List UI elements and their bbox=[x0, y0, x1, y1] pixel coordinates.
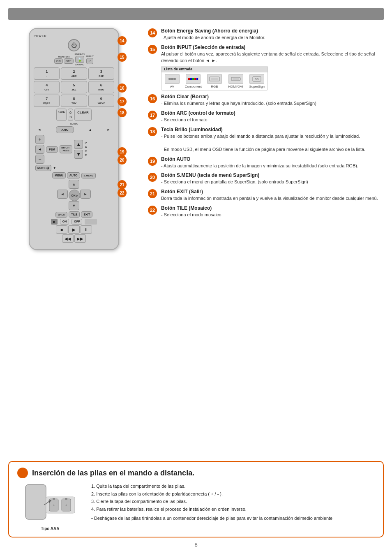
battery-bullet-icon bbox=[17, 468, 28, 478]
pg-down-button[interactable]: ▼ bbox=[74, 150, 83, 159]
auto-button[interactable]: AUTO bbox=[67, 172, 80, 178]
nav-down-button[interactable]: ▼ bbox=[69, 201, 79, 210]
desc-title-15: Botón INPUT (Selección de entrada) bbox=[161, 44, 384, 50]
svg-text:+: + bbox=[65, 504, 67, 507]
input-av-icon bbox=[165, 74, 180, 84]
item-number-15: 15 bbox=[148, 45, 157, 54]
monitor-off-button[interactable]: OFF bbox=[64, 58, 74, 64]
monitor-on-button[interactable]: ON bbox=[54, 58, 63, 64]
desc-body-16: - Elimina los números y letras que haya … bbox=[161, 100, 384, 107]
monitor-row: MONITOR ON OFF ENERGY 🍃 SAVING bbox=[34, 53, 114, 66]
power-button[interactable]: ⏻ bbox=[68, 39, 80, 51]
desc-title-16: Botón Clear (Borrar) bbox=[161, 94, 384, 100]
item-number-16: 16 bbox=[148, 94, 157, 103]
psm-button[interactable]: PSM bbox=[46, 146, 58, 153]
bottom-on-button[interactable]: ON bbox=[60, 219, 69, 225]
mark-label: MARK bbox=[34, 123, 114, 125]
arc-button[interactable]: ARC bbox=[56, 126, 74, 133]
desc-body-20: - Selecciona el menú en pantalla de Supe… bbox=[161, 179, 384, 185]
exit-button[interactable]: EXIT bbox=[81, 211, 92, 218]
battery-content: Inserción de las pilas en el mando a dis… bbox=[17, 468, 375, 531]
svg-point-1 bbox=[171, 78, 173, 80]
badge-15: 15 bbox=[118, 53, 127, 62]
nav-up-button[interactable]: ▲ bbox=[69, 180, 79, 189]
smenu-button[interactable]: S.MENU bbox=[81, 173, 96, 178]
input-list-table: Lista de entrada bbox=[161, 66, 268, 90]
power-label: POWER bbox=[34, 35, 114, 37]
nav-area: ▲ ◄ OK⊙ ► ▼ bbox=[34, 180, 114, 210]
tile-button[interactable]: TILE bbox=[69, 211, 80, 218]
desc-item-15: 15 Botón INPUT (Selección de entrada) Al… bbox=[148, 44, 384, 90]
menu-button[interactable]: MENU bbox=[52, 172, 66, 178]
item-number-19: 19 bbox=[148, 157, 157, 166]
desc-text-15: Botón INPUT (Selección de entrada) Al pu… bbox=[161, 44, 384, 90]
num-btn-1[interactable]: 1.! bbox=[34, 67, 60, 80]
battery-instruction-4: 4. Para retirar las baterías, realice el… bbox=[91, 505, 375, 513]
input-component-icon bbox=[186, 74, 201, 84]
energy-saving-button[interactable]: 🍃 bbox=[75, 56, 84, 63]
num-btn-5[interactable]: 5JKL bbox=[61, 81, 87, 93]
svg-text:+: + bbox=[53, 504, 55, 507]
brightness-button[interactable]: BRIGHTNESS bbox=[60, 145, 72, 153]
desc-title-21: Botón EXIT (Salir) bbox=[161, 189, 384, 195]
input-item-component: Component bbox=[184, 74, 203, 88]
ok-button[interactable]: OK⊙ bbox=[69, 190, 80, 201]
stop-button[interactable]: ■ bbox=[56, 225, 67, 234]
item-number-14: 14 bbox=[148, 28, 157, 37]
desc-body-14: - Ajusta el modo de ahorro de energía de… bbox=[161, 35, 384, 41]
num-btn-0[interactable]: 0.*# bbox=[68, 109, 73, 121]
battery-title: Inserción de las pilas en el mando a dis… bbox=[17, 468, 375, 478]
pause-button[interactable]: ⏸ bbox=[81, 225, 92, 234]
remote-wrapper: POWER ⏻ MONITOR ON OFF bbox=[29, 28, 119, 250]
pg-up-button[interactable]: ▲ bbox=[74, 140, 83, 149]
monitor-label: MONITOR bbox=[58, 56, 69, 58]
battery-instructions: 1. Quite la tapa del compartimento de la… bbox=[91, 482, 375, 521]
main-content: POWER ⏻ MONITOR ON OFF bbox=[8, 28, 384, 454]
rewind-button[interactable]: ◀◀ bbox=[62, 234, 74, 243]
nav-right-button[interactable]: ► bbox=[80, 190, 91, 199]
battery-image: + + Tipo AAA bbox=[17, 482, 83, 531]
svg-rect-9 bbox=[211, 78, 218, 80]
vol-down-button[interactable]: ◄ bbox=[35, 145, 44, 154]
battery-instruction-1: 1. Quite la tapa del compartimento de la… bbox=[91, 482, 375, 490]
playback-row: ■ ▶ ⏸ bbox=[34, 225, 114, 234]
desc-title-19: Botón AUTO bbox=[161, 156, 384, 162]
battery-note: • Deshágase de las pilas tirándolas a un… bbox=[91, 515, 375, 522]
one-a-button[interactable]: 1/a/A bbox=[56, 109, 67, 121]
badge-17: 17 bbox=[118, 97, 127, 106]
num-btn-9[interactable]: 9WXYZ bbox=[88, 95, 114, 107]
desc-title-20: Botón S.MENU (tecla de menú SuperSign) bbox=[161, 172, 384, 178]
back-button[interactable]: BACK bbox=[55, 212, 67, 218]
power-icon: ⏻ bbox=[71, 42, 77, 49]
numpad: 1.! 2ABC 3DEF 4GHI 5JKL 6MNO 7PQRS 8TUV … bbox=[34, 67, 114, 107]
nav-left-button[interactable]: ◄ bbox=[57, 190, 68, 199]
play-button[interactable]: ▶ bbox=[68, 225, 80, 234]
badge-14: 14 bbox=[118, 36, 127, 45]
input-list-row: AV bbox=[161, 72, 267, 90]
remote-control: POWER ⏻ MONITOR ON OFF bbox=[29, 28, 119, 250]
input-button[interactable]: ↵ bbox=[86, 58, 93, 64]
clear-button[interactable]: CLEAR bbox=[74, 109, 92, 121]
description-section: 14 Botón Energy Saving (Ahorro de energí… bbox=[148, 28, 384, 454]
num-btn-3[interactable]: 3DEF bbox=[88, 67, 114, 80]
num-btn-6[interactable]: 6MNO bbox=[88, 81, 114, 93]
input-list-header: Lista de entrada bbox=[161, 66, 267, 72]
desc-item-19: 19 Botón AUTO - Ajusta automáticamente l… bbox=[148, 156, 384, 169]
bottom-off-button[interactable]: OFF bbox=[71, 219, 82, 225]
svg-point-5 bbox=[192, 78, 194, 80]
mute-row: MUTE ⏻ ▼ bbox=[35, 165, 113, 171]
vol-minus-button[interactable]: − bbox=[35, 155, 44, 164]
forward-button[interactable]: ▶▶ bbox=[74, 234, 86, 243]
num-btn-2[interactable]: 2ABC bbox=[61, 67, 87, 80]
desc-item-22: 22 Botón TILE (Mosaico) - Selecciona el … bbox=[148, 205, 384, 218]
num-btn-7[interactable]: 7PQRS bbox=[34, 95, 60, 107]
input-component-label: Component bbox=[185, 85, 202, 88]
desc-body-22: - Selecciona el modo mosaico bbox=[161, 212, 384, 218]
num-btn-4[interactable]: 4GHI bbox=[34, 81, 60, 93]
num-btn-8[interactable]: 8TUV bbox=[61, 95, 87, 107]
svg-point-0 bbox=[168, 78, 171, 80]
vol-up-button[interactable]: + bbox=[35, 135, 44, 144]
mute-button[interactable]: MUTE ⏻ bbox=[35, 165, 51, 171]
desc-body-15: Al pulsar el botón una vez, aparecerá la… bbox=[161, 51, 384, 64]
battery-instruction-3: 3. Cierre la tapa del compartimento de l… bbox=[91, 498, 375, 505]
